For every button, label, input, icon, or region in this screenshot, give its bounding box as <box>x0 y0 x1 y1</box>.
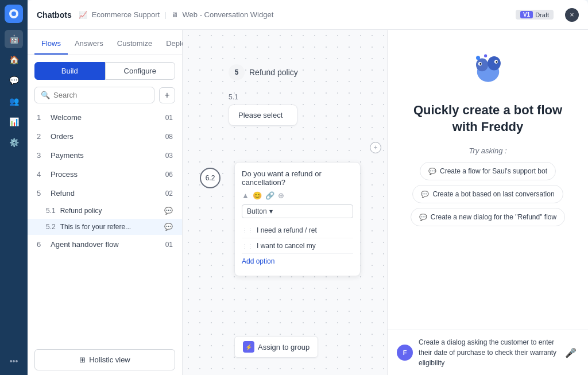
message-card: Do you want a refund or cancellation? ▲ … <box>234 162 361 276</box>
version-label: V1 <box>520 11 533 18</box>
flow-sub-item-refund-policy[interactable]: 5.1 Refund policy 💬 <box>28 203 182 219</box>
suggestion-chip-2[interactable]: 💬 Create a bot based on last conversatio… <box>412 185 563 203</box>
sidebar-icon-home[interactable]: 🏠 <box>5 51 23 69</box>
chat-chip-icon-1: 💬 <box>428 168 436 175</box>
flow-sub-item-this-is-for[interactable]: 5.2 This is for your refere... 💬 <box>28 219 182 235</box>
draft-badge: V1 Draft <box>516 10 554 20</box>
freddy-content: Quickly create a bot flow with Freddy Tr… <box>388 30 588 330</box>
app-logo[interactable] <box>5 5 23 23</box>
main-content: Chatbots 📈 Ecommerce Support | 🖥 Web - C… <box>28 0 588 375</box>
suggestion-chips: 💬 Create a flow for Saul's support bot 💬… <box>401 162 574 226</box>
holistic-label: Holistic view <box>89 355 130 364</box>
svg-point-10 <box>484 55 487 57</box>
svg-point-1 <box>11 11 16 16</box>
node-5-label: 5 Refund policy <box>229 64 298 80</box>
add-option-button[interactable]: Add option <box>242 254 353 269</box>
button-type-selector[interactable]: Button ▾ <box>242 204 353 218</box>
svg-point-4 <box>488 56 501 71</box>
drag-handle: ⋮⋮ <box>242 227 253 234</box>
chat-input-text[interactable]: Create a dialog asking the customer to e… <box>419 337 557 368</box>
canvas-node-6-2: 6.2 <box>200 168 220 188</box>
holistic-icon: ⊞ <box>79 355 86 364</box>
freddy-title: Quickly create a bot flow with Freddy <box>401 102 574 135</box>
sidebar: 🤖 🏠 💬 👥 📊 ⚙️ ••• <box>0 0 28 375</box>
canvas-node-5: 5 Refund policy <box>229 64 298 85</box>
header: Chatbots 📈 Ecommerce Support | 🖥 Web - C… <box>28 0 588 30</box>
sidebar-icon-chat[interactable]: 💬 <box>5 71 23 90</box>
sidebar-icon-more[interactable]: ••• <box>5 352 23 370</box>
tab-answers[interactable]: Answers <box>68 33 110 55</box>
message-text[interactable]: Do you want a refund or cancellation? <box>242 169 353 187</box>
build-configure-toggle: Build Configure <box>28 55 182 87</box>
widget-icon: 🖥 <box>171 11 178 19</box>
freddy-panel: Quickly create a bot flow with Freddy Tr… <box>387 30 588 375</box>
chat-icon: 💬 <box>164 207 173 215</box>
option-row-2[interactable]: ⋮⋮ I want to cancel my <box>242 238 353 254</box>
add-flow-button[interactable]: + <box>159 87 175 103</box>
chevron-down-icon: ▾ <box>269 207 273 215</box>
try-asking-label: Try asking : <box>469 146 506 155</box>
flow-list: 1 Welcome 01 2 Orders 08 3 Payments 03 4… <box>28 108 182 345</box>
triangle-icon[interactable]: ▲ <box>242 191 249 200</box>
freddy-avatar <box>468 48 508 91</box>
svg-point-7 <box>479 63 481 65</box>
tab-flows[interactable]: Flows <box>34 33 68 55</box>
option-row-1[interactable]: ⋮⋮ I need a refund / ret <box>242 223 353 238</box>
assign-icon: ⚡ <box>243 341 254 353</box>
search-wrapper: 🔍 <box>34 87 154 103</box>
canvas-panel: 5 Refund policy 5.1 Please select + 6.2 <box>183 30 387 375</box>
node-5-title: Refund policy <box>249 68 298 77</box>
search-row: 🔍 + <box>28 87 182 103</box>
tabs-bar: Flows Answers Customize Deploy Analyze <box>28 30 182 55</box>
chat-chip-icon-2: 💬 <box>421 191 429 198</box>
please-select-card[interactable]: Please select <box>229 105 297 126</box>
svg-point-8 <box>496 61 497 63</box>
chat-input-area: F Create a dialog asking the customer to… <box>388 330 588 375</box>
flow-item-agent-handover[interactable]: 6 Agent handover flow 01 <box>28 235 182 254</box>
flow-item-orders[interactable]: 2 Orders 08 <box>28 127 182 146</box>
build-button[interactable]: Build <box>34 62 105 80</box>
search-input[interactable] <box>53 91 148 99</box>
left-panel: Flows Answers Customize Deploy Analyze B… <box>28 30 183 375</box>
mic-button[interactable]: 🎤 <box>563 345 579 361</box>
page-title: Chatbots <box>37 10 72 20</box>
sidebar-icon-reports[interactable]: 📊 <box>5 113 23 131</box>
suggestion-chip-1[interactable]: 💬 Create a flow for Saul's support bot <box>420 162 556 180</box>
sidebar-icon-settings[interactable]: ⚙️ <box>5 133 23 152</box>
flow-item-process[interactable]: 4 Process 06 <box>28 165 182 184</box>
search-icon: 🔍 <box>41 91 50 99</box>
configure-button[interactable]: Configure <box>105 62 176 80</box>
message-toolbar: ▲ 😊 🔗 ⊕ <box>242 191 353 200</box>
drag-handle-2: ⋮⋮ <box>242 243 253 249</box>
flow-item-payments[interactable]: 3 Payments 03 <box>28 146 182 165</box>
ecommerce-label[interactable]: Ecommerce Support <box>92 10 160 19</box>
sidebar-icon-contacts[interactable]: 👥 <box>5 92 23 110</box>
widget-label[interactable]: Web - Conversation Widget <box>183 10 274 19</box>
close-button[interactable]: × <box>565 8 579 22</box>
link-icon[interactable]: 🔗 <box>265 191 274 200</box>
suggestion-chip-3[interactable]: 💬 Create a new dialog for the "Refund" f… <box>411 208 565 226</box>
sidebar-icon-bots[interactable]: 🤖 <box>5 30 23 48</box>
tab-customize[interactable]: Customize <box>110 33 159 55</box>
emoji-icon[interactable]: 😊 <box>253 191 262 200</box>
svg-point-9 <box>476 56 480 60</box>
freddy-bot-avatar: F <box>397 345 413 361</box>
chat-icon-2: 💬 <box>164 223 173 231</box>
breadcrumb: 📈 Ecommerce Support | 🖥 Web - Conversati… <box>79 10 274 19</box>
chat-chip-icon-3: 💬 <box>419 214 427 221</box>
svg-point-3 <box>476 59 488 72</box>
assign-group-button[interactable]: ⚡ Assign to group <box>234 336 318 358</box>
flow-item-refund[interactable]: 5 Refund 02 <box>28 184 182 203</box>
canvas-node-5-1: 5.1 Please select <box>229 93 297 126</box>
settings-icon[interactable]: ⊕ <box>278 191 284 200</box>
holistic-view-button[interactable]: ⊞ Holistic view <box>34 349 175 370</box>
draft-label: Draft <box>535 11 549 18</box>
breadcrumb-icon: 📈 <box>79 11 87 19</box>
flow-item-welcome[interactable]: 1 Welcome 01 <box>28 108 182 127</box>
add-node-button[interactable]: + <box>370 142 381 153</box>
body-layout: Flows Answers Customize Deploy Analyze B… <box>28 30 588 375</box>
